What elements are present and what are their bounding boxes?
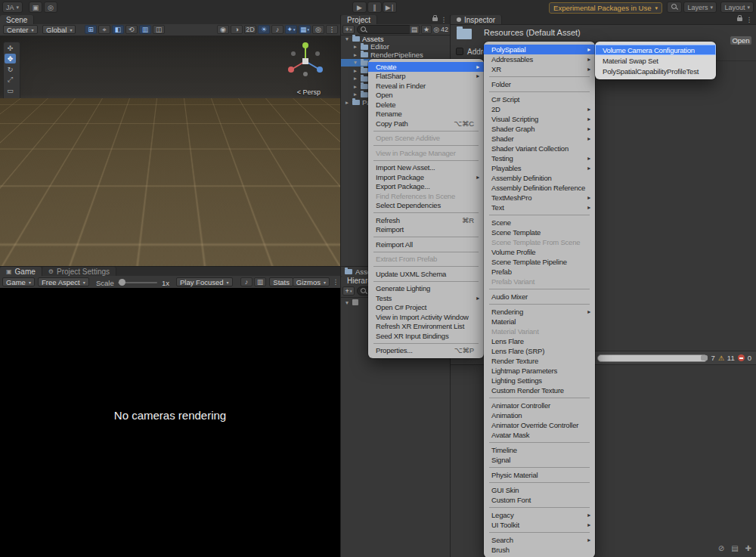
menu-item[interactable]: UI Toolkit <box>484 520 595 530</box>
lighting-toggle-icon[interactable]: ☀ <box>258 25 270 34</box>
menu-item[interactable]: Prefab Variant <box>484 277 595 286</box>
menu-item[interactable]: Reimport All <box>368 240 484 249</box>
create-object-button[interactable]: + <box>342 286 355 296</box>
foldout-arrow-icon[interactable]: ► <box>352 44 358 49</box>
message-count[interactable]: 7 <box>711 354 714 362</box>
stats-button[interactable]: Stats <box>269 277 293 286</box>
metrics-icon[interactable]: ▥ <box>254 277 266 286</box>
menu-item[interactable]: Open C# Project <box>368 303 484 313</box>
menu-item[interactable]: Import Package <box>368 172 484 182</box>
menu-item[interactable]: XR <box>484 64 595 74</box>
menu-item[interactable]: Visual Scripting <box>484 114 595 124</box>
menu-item[interactable]: Scene Template Pipeline <box>484 257 595 267</box>
menu-item[interactable]: TextMeshPro <box>484 193 595 203</box>
orientation-gizmo[interactable] <box>281 39 330 87</box>
view-tool-icon[interactable]: ✣ <box>5 43 16 53</box>
menu-item[interactable]: Audio Mixer <box>484 292 595 302</box>
pivot-dropdown[interactable]: Center <box>3 25 38 34</box>
play-focused-dropdown[interactable]: Play Focused <box>176 277 233 286</box>
menu-item[interactable]: Volume Camera Configuration <box>595 45 716 55</box>
tool-settings-gear[interactable]: ⚙ <box>3 114 19 128</box>
menu-item[interactable]: Prefab <box>484 267 595 277</box>
search-button[interactable] <box>667 2 682 13</box>
tab-game[interactable]: ▣ Game <box>0 267 42 276</box>
slider-knob[interactable] <box>119 279 125 286</box>
menu-item[interactable]: FlatSharp <box>368 72 484 82</box>
menu-item[interactable]: Lens Flare <box>484 336 595 346</box>
menu-item[interactable]: Import New Asset... <box>368 163 484 173</box>
menu-item[interactable]: Timeline <box>484 445 595 455</box>
menu-item[interactable]: Extract From Prefab <box>368 255 484 265</box>
menu-item[interactable]: View in Package Manager <box>368 148 484 158</box>
filter-by-type-icon[interactable]: ▤ <box>409 25 420 34</box>
menu-item[interactable]: Material <box>484 317 595 326</box>
game-viewport[interactable]: No cameras rendering <box>0 288 340 557</box>
menu-item[interactable]: Open Scene Additive <box>368 134 484 144</box>
rect-tool-icon[interactable]: ▭ <box>5 85 16 95</box>
menu-item[interactable]: GUI Skin <box>484 485 595 495</box>
menu-item[interactable]: Custom Render Texture <box>484 385 595 395</box>
transform-tool-icon[interactable]: ◈ <box>5 96 16 106</box>
lock-icon[interactable] <box>737 17 742 21</box>
gizmos-toggle-icon[interactable]: ◎ <box>312 25 324 34</box>
menu-item[interactable]: Seed XR Input Bindings <box>368 331 484 341</box>
error-count[interactable]: 0 <box>748 354 751 362</box>
menu-item[interactable]: Select Dependencies <box>368 201 484 211</box>
layers-dropdown[interactable]: Layers <box>683 2 717 13</box>
menu-item[interactable]: Rename <box>368 110 484 119</box>
foldout-arrow-icon[interactable]: ► <box>352 91 358 97</box>
scale-slider[interactable] <box>118 282 157 283</box>
local-global-toggle-icon[interactable]: ◧ <box>112 25 124 34</box>
foldout-arrow-icon[interactable]: ► <box>352 84 358 89</box>
menu-item[interactable]: Shader <box>484 134 595 144</box>
menu-item[interactable]: Volume Profile <box>484 247 595 257</box>
scene-menu-icon[interactable]: ⋮ <box>326 25 338 34</box>
project-search-input[interactable] <box>357 25 413 34</box>
snap-scale-icon[interactable]: ▥ <box>139 25 151 34</box>
menu-item[interactable]: Assembly Definition <box>484 173 595 183</box>
menu-item[interactable]: Reimport <box>368 225 484 235</box>
menu-item[interactable]: Tests <box>368 293 484 303</box>
grid-snap-icon[interactable]: ⊞ <box>85 25 97 34</box>
menu-item[interactable]: Signal <box>484 455 595 465</box>
open-button[interactable]: Open <box>730 36 752 45</box>
orientation-dropdown[interactable]: Global <box>42 25 76 34</box>
step-button[interactable]: ▶∣ <box>383 2 397 13</box>
menu-item[interactable]: Scene Template From Scene <box>484 237 595 247</box>
menu-item[interactable]: Properties... ⌥⌘P <box>368 346 484 356</box>
menu-item[interactable]: Search <box>484 535 595 545</box>
activity-log-icon[interactable]: ▤ <box>731 544 738 552</box>
rotate-tool-icon[interactable]: ↻ <box>5 64 16 74</box>
menu-item[interactable]: Playables <box>484 163 595 173</box>
error-icon[interactable] <box>738 354 745 361</box>
menu-item[interactable]: Lightmap Parameters <box>484 366 595 376</box>
menu-item[interactable]: Testing <box>484 153 595 163</box>
play-button[interactable]: ▶ <box>352 2 367 13</box>
menu-item[interactable]: Animator Override Controller <box>484 420 595 430</box>
menu-item[interactable]: Material Variant <box>484 326 595 336</box>
menu-item[interactable]: Refresh ⌘R <box>368 215 484 225</box>
asset-bundle-field[interactable] <box>597 354 708 362</box>
foldout-arrow-icon[interactable]: ► <box>352 52 358 57</box>
create-asset-button[interactable]: + <box>342 25 355 34</box>
menu-item[interactable]: Reveal in Finder <box>368 81 484 91</box>
menu-item[interactable]: Addressables <box>484 54 595 64</box>
lock-icon[interactable] <box>432 17 438 21</box>
menu-item[interactable]: Rendering <box>484 307 595 317</box>
version-control-icon[interactable]: ▣ <box>29 2 42 13</box>
project-tree-item[interactable]: ► Editor <box>341 43 450 51</box>
foldout-arrow-icon[interactable]: ▼ <box>344 300 350 305</box>
mute-audio-icon[interactable]: ♪ <box>240 277 253 286</box>
camera-settings-icon[interactable]: ◉ <box>217 25 229 34</box>
2d-toggle[interactable]: 2D <box>244 25 256 34</box>
gizmos-dropdown[interactable]: Gizmos <box>293 277 330 286</box>
menu-item[interactable]: Scene Template <box>484 227 595 237</box>
menu-item[interactable]: Refresh XR Environment List <box>368 322 484 332</box>
pivot-toggle-icon[interactable]: ⌖ <box>98 25 110 34</box>
project-tree-item[interactable]: ► RenderPipelines <box>341 51 450 59</box>
menu-item[interactable]: Animator Controller <box>484 401 595 410</box>
menu-item[interactable]: Brush <box>484 545 595 555</box>
pause-button[interactable]: ∥ <box>367 2 382 13</box>
menu-item[interactable]: Generate Lighting <box>368 284 484 294</box>
persp-label[interactable]: < Persp <box>297 88 321 96</box>
